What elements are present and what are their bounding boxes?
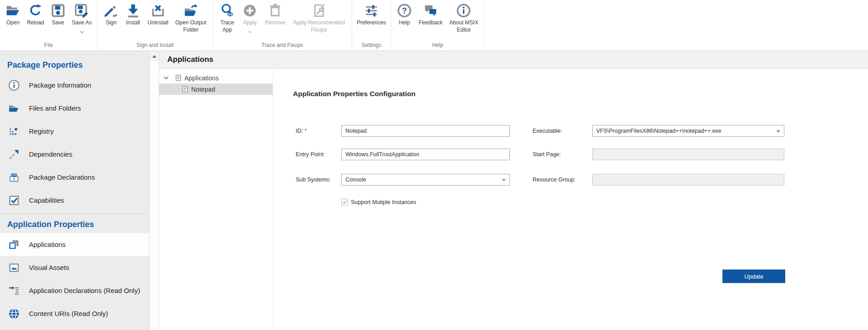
sidebar-item-visual-assets[interactable]: Visual Assets	[0, 256, 149, 279]
open-output-folder-button[interactable]: Open Output Folder	[175, 3, 208, 33]
checked-box-icon	[8, 195, 20, 206]
feedback-icon	[423, 3, 438, 18]
executable-value: VFS\ProgramFilesX86\Notepad++\notepad++.…	[596, 128, 722, 134]
application-properties-form: Application Properties Configuration ID:…	[273, 69, 868, 330]
registry-blocks-icon	[8, 125, 20, 137]
tree-node-applications[interactable]: Applications	[159, 72, 273, 84]
feedback-button[interactable]: Feedback	[418, 3, 443, 27]
sidebar-item-label: Content URIs (Read Only)	[29, 310, 108, 317]
button-label: Apply	[243, 19, 257, 27]
scrollbar-track[interactable]	[150, 60, 159, 330]
sidebar-item-package-information[interactable]: Package Information	[0, 74, 149, 97]
button-label: Apply Recommended Fixups	[293, 19, 345, 33]
button-label: Save As	[72, 19, 92, 27]
scrollbar-up-button[interactable]	[150, 51, 159, 60]
button-label: Sign	[106, 19, 117, 27]
reload-icon	[28, 3, 43, 18]
preferences-button[interactable]: Preferences	[356, 3, 387, 27]
required-asterisk: *	[304, 128, 307, 134]
remove-button[interactable]: Remove	[264, 3, 286, 27]
ribbon-group-settings: Preferences Settings	[352, 0, 391, 51]
globe-icon	[8, 308, 20, 320]
ribbon-group-help: ? Help Feedback About MSIX Editor	[391, 0, 485, 51]
sidebar-item-label: Visual Assets	[29, 264, 69, 271]
sidebar-item-applications[interactable]: Applications	[0, 233, 149, 256]
save-button[interactable]: Save	[50, 3, 66, 27]
sidebar-item-label: Registry	[29, 127, 54, 135]
save-as-button[interactable]: Save As	[71, 3, 93, 35]
ribbon-empty-space	[485, 0, 868, 51]
sign-button[interactable]: Sign	[103, 3, 119, 27]
tree-node-notepad[interactable]: Notepad	[159, 84, 273, 95]
save-icon	[51, 3, 66, 18]
ribbon-group-label: Settings	[352, 42, 391, 51]
panel-title: Applications	[159, 55, 213, 64]
open-button[interactable]: Open	[5, 3, 21, 27]
app-windows-icon	[8, 239, 20, 251]
combo-arrow-icon	[776, 128, 780, 134]
sidebar-item-label: Files and Folders	[29, 104, 81, 112]
dropdown-chevron-icon	[248, 27, 252, 35]
panel-header: Applications	[159, 51, 868, 69]
sidebar-item-content-uris[interactable]: Content URIs (Read Only)	[0, 302, 149, 325]
preferences-sliders-icon	[364, 3, 379, 18]
sidebar-item-registry[interactable]: Registry	[0, 120, 149, 143]
document-icon	[182, 86, 189, 93]
reload-button[interactable]: Reload	[26, 3, 45, 27]
sidebar-item-label: Package Information	[29, 81, 91, 89]
sidebar-item-label: Capabilities	[29, 196, 64, 204]
button-label: Install	[126, 19, 140, 27]
sidebar-item-package-declarations[interactable]: Package Declarations	[0, 166, 149, 189]
dropdown-chevron-icon	[80, 27, 84, 35]
button-label: About MSIX Editor	[449, 19, 478, 33]
executable-combobox[interactable]: VFS\ProgramFilesX86\Notepad++\notepad++.…	[592, 125, 784, 137]
sidebar-item-files-and-folders[interactable]: Files and Folders	[0, 97, 149, 120]
sidebar-item-application-declarations[interactable]: Application Declarations (Read Only)	[0, 279, 149, 302]
button-label: Save	[52, 19, 64, 27]
sub-systems-value: Console	[345, 177, 366, 183]
application-properties-heading: Application Properties	[0, 216, 149, 233]
update-button[interactable]: Update	[722, 270, 785, 283]
resource-group-label: Resource Group:	[533, 174, 576, 186]
open-output-folder-icon	[184, 3, 198, 18]
tree-node-label: Notepad	[191, 86, 215, 93]
about-msix-editor-button[interactable]: About MSIX Editor	[448, 3, 479, 33]
start-page-label: Start Page:	[533, 149, 561, 160]
document-icon	[175, 74, 182, 81]
trace-app-icon	[220, 3, 235, 18]
applications-tree: Applications Notepad	[159, 69, 273, 330]
chevron-down-icon[interactable]	[164, 76, 169, 79]
button-label: Preferences	[357, 19, 386, 27]
declaration-list-icon	[8, 285, 20, 297]
start-page-input[interactable]	[592, 149, 784, 160]
apply-recommended-fixups-button[interactable]: Apply Recommended Fixups	[292, 3, 346, 33]
sidebar-scrollbar[interactable]	[149, 51, 159, 330]
uninstall-button[interactable]: Uninstall	[146, 3, 169, 27]
entry-point-label: Entry Point:	[296, 149, 325, 160]
navigation-sidebar: Package Properties Package Information F…	[0, 51, 149, 330]
ribbon-group-trace-fixups: Trace App Apply Remove	[213, 0, 352, 51]
combo-arrow-icon	[502, 177, 506, 183]
install-button[interactable]: Install	[125, 3, 142, 27]
ribbon-group-file: Open Reload Save	[0, 0, 98, 51]
support-multiple-instances-checkbox[interactable]	[341, 199, 348, 205]
sidebar-item-label: Applications	[29, 241, 66, 248]
info-circle-icon	[8, 79, 20, 91]
sign-pencil-icon	[104, 3, 118, 18]
trace-app-button[interactable]: Trace App	[219, 3, 236, 33]
gift-box-icon	[8, 172, 20, 183]
help-button[interactable]: ? Help	[396, 3, 413, 27]
sub-systems-combobox[interactable]: Console	[341, 174, 510, 186]
ribbon-group-label: File	[0, 42, 97, 51]
support-multiple-instances-label: Support Mutiple Instances	[351, 199, 416, 205]
sidebar-item-capabilities[interactable]: Capabilities	[0, 189, 149, 212]
image-icon	[8, 262, 20, 274]
resource-group-input[interactable]	[592, 174, 784, 186]
sidebar-item-dependencies[interactable]: Dependencies	[0, 143, 149, 166]
apply-recommended-fixups-icon	[311, 3, 326, 18]
entry-point-input[interactable]	[341, 149, 510, 160]
apply-button[interactable]: Apply	[241, 3, 258, 35]
id-input[interactable]	[341, 125, 510, 137]
open-folder-icon	[5, 3, 20, 18]
sub-systems-label: Sub Systems:	[296, 174, 330, 186]
